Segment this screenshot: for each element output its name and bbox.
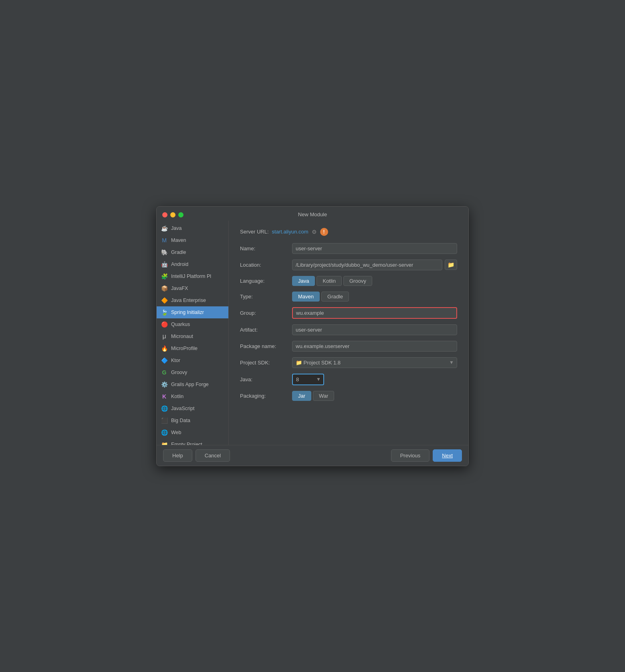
- location-control: 📁: [292, 260, 457, 270]
- cancel-button[interactable]: Cancel: [196, 449, 230, 462]
- sidebar-item-grails[interactable]: ⚙️ Grails App Forge: [157, 378, 228, 390]
- sidebar-item-gradle[interactable]: 🐘 Gradle: [157, 246, 228, 258]
- microprofile-icon: 🔥: [161, 345, 168, 352]
- package-name-input[interactable]: [292, 341, 457, 352]
- sidebar-item-web[interactable]: 🌐 Web: [157, 427, 228, 439]
- android-icon: 🤖: [161, 261, 168, 268]
- language-groovy-button[interactable]: Groovy: [343, 276, 372, 286]
- warning-icon[interactable]: !: [320, 228, 328, 236]
- java-dropdown: 8 11 17 ▼: [292, 374, 324, 385]
- java-control: 8 11 17 ▼: [292, 374, 457, 385]
- sidebar-item-quarkus[interactable]: 🔴 Quarkus: [157, 318, 228, 330]
- sidebar-label-java-enterprise: Java Enterprise: [171, 298, 206, 303]
- dialog-title: New Module: [298, 211, 327, 217]
- sidebar-item-bigdata[interactable]: ⬛ Big Data: [157, 414, 228, 427]
- sidebar-item-javascript[interactable]: 🌐 JavaScript: [157, 402, 228, 414]
- sidebar-item-android[interactable]: 🤖 Android: [157, 258, 228, 270]
- location-row: Location: 📁: [240, 260, 457, 270]
- bigdata-icon: ⬛: [161, 417, 168, 424]
- package-name-row: Package name:: [240, 341, 457, 352]
- group-label: Group:: [240, 310, 292, 316]
- help-button[interactable]: Help: [163, 449, 192, 462]
- sidebar-label-gradle: Gradle: [171, 249, 186, 255]
- java-icon: ☕: [161, 225, 168, 232]
- previous-button[interactable]: Previous: [391, 449, 430, 462]
- sidebar-label-android: Android: [171, 262, 188, 267]
- group-input[interactable]: [292, 307, 457, 319]
- sidebar-item-javafx[interactable]: 📦 JavaFX: [157, 282, 228, 294]
- type-maven-button[interactable]: Maven: [292, 292, 320, 302]
- minimize-button[interactable]: [170, 212, 175, 217]
- sidebar-label-javascript: JavaScript: [171, 406, 194, 411]
- language-toggle-group: Java Kotlin Groovy: [292, 276, 457, 286]
- close-button[interactable]: [162, 212, 167, 217]
- groovy-icon: G: [161, 369, 168, 376]
- sidebar-label-bigdata: Big Data: [171, 418, 190, 423]
- intellij-icon: 🧩: [161, 273, 168, 280]
- sidebar: ☕ Java M Maven 🐘 Gradle 🤖 Android 🧩 Inte…: [157, 221, 229, 445]
- artifact-control: [292, 324, 457, 335]
- type-label: Type:: [240, 294, 292, 300]
- artifact-input[interactable]: [292, 324, 457, 335]
- server-url-link[interactable]: start.aliyun.com: [272, 229, 308, 235]
- name-control: [292, 243, 457, 254]
- sidebar-item-java[interactable]: ☕ Java: [157, 222, 228, 234]
- footer-right: Previous Next: [391, 449, 462, 462]
- gradle-icon: 🐘: [161, 249, 168, 256]
- packaging-war-button[interactable]: War: [313, 391, 334, 401]
- type-toggle-group: Maven Gradle: [292, 292, 457, 302]
- sidebar-label-microprofile: MicroProfile: [171, 346, 198, 351]
- location-input[interactable]: [292, 260, 442, 270]
- sidebar-item-micronaut[interactable]: μ Micronaut: [157, 330, 228, 342]
- sidebar-item-java-enterprise[interactable]: 🔶 Java Enterprise: [157, 294, 228, 306]
- name-row: Name:: [240, 243, 457, 254]
- java-row: Java: 8 11 17 ▼: [240, 374, 457, 385]
- language-kotlin-button[interactable]: Kotlin: [317, 276, 342, 286]
- language-java-button[interactable]: Java: [292, 276, 315, 286]
- artifact-label: Artifact:: [240, 327, 292, 333]
- sidebar-item-kotlin[interactable]: K Kotlin: [157, 390, 228, 402]
- sidebar-item-empty[interactable]: 📁 Empty Project: [157, 439, 228, 445]
- language-label: Language:: [240, 278, 292, 284]
- sidebar-label-spring: Spring Initializr: [171, 310, 204, 315]
- sidebar-item-ktor[interactable]: 🔷 Ktor: [157, 354, 228, 366]
- maximize-button[interactable]: [178, 212, 183, 217]
- project-sdk-row: Project SDK: 📁 Project SDK 1.8 ▼: [240, 357, 457, 368]
- title-bar: New Module: [157, 207, 468, 221]
- new-module-dialog: New Module ☕ Java M Maven 🐘 Gradle 🤖 And…: [156, 206, 469, 466]
- sidebar-label-kotlin: Kotlin: [171, 394, 183, 399]
- maven-icon: M: [161, 237, 168, 244]
- package-name-control: [292, 341, 457, 352]
- next-button[interactable]: Next: [433, 449, 462, 462]
- sidebar-label-micronaut: Micronaut: [171, 334, 193, 339]
- java-enterprise-icon: 🔶: [161, 297, 168, 304]
- project-sdk-select[interactable]: 📁 Project SDK 1.8: [292, 357, 457, 368]
- sidebar-label-groovy: Groovy: [171, 370, 187, 375]
- sidebar-label-javafx: JavaFX: [171, 286, 188, 291]
- sidebar-item-microprofile[interactable]: 🔥 MicroProfile: [157, 342, 228, 354]
- packaging-toggle-group: Jar War: [292, 391, 457, 401]
- sidebar-label-empty: Empty Project: [171, 442, 202, 445]
- sidebar-label-grails: Grails App Forge: [171, 382, 209, 387]
- gear-icon[interactable]: ⚙: [312, 229, 317, 235]
- packaging-jar-button[interactable]: Jar: [292, 391, 311, 401]
- name-input[interactable]: [292, 243, 457, 254]
- sidebar-item-spring[interactable]: 🍃 Spring Initializr: [157, 306, 228, 318]
- type-gradle-button[interactable]: Gradle: [321, 292, 349, 302]
- sidebar-label-web: Web: [171, 430, 181, 435]
- footer-left: Help Cancel: [163, 449, 230, 462]
- sidebar-item-maven[interactable]: M Maven: [157, 234, 228, 246]
- sidebar-item-groovy[interactable]: G Groovy: [157, 366, 228, 378]
- sidebar-item-intellij[interactable]: 🧩 IntelliJ Platform Pl: [157, 270, 228, 282]
- java-select[interactable]: 8 11 17: [292, 374, 324, 385]
- browse-button[interactable]: 📁: [445, 260, 457, 270]
- sidebar-label-quarkus: Quarkus: [171, 322, 190, 327]
- name-label: Name:: [240, 245, 292, 251]
- web-icon: 🌐: [161, 429, 168, 436]
- content-area: Server URL: start.aliyun.com ⚙ ! Name: L…: [229, 221, 468, 445]
- kotlin-icon: K: [161, 393, 168, 400]
- packaging-row: Packaging: Jar War: [240, 391, 457, 401]
- empty-project-icon: 📁: [161, 441, 168, 445]
- type-row: Type: Maven Gradle: [240, 292, 457, 302]
- server-url-row: Server URL: start.aliyun.com ⚙ !: [240, 228, 457, 236]
